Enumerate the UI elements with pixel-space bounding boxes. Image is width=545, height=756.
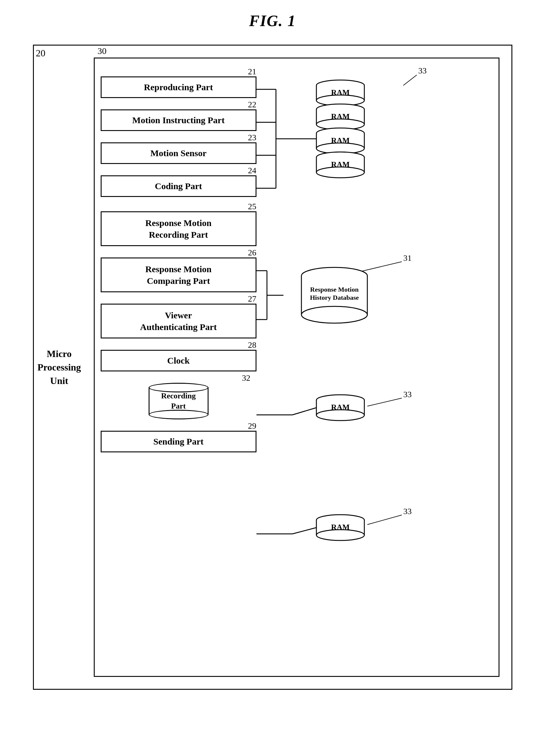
components-column: 21 Reproducing Part 22 Motion Instructin… [101,67,257,455]
svg-text:Response Motion: Response Motion [310,286,359,293]
svg-text:31: 31 [403,253,412,263]
number-24: 24 [248,166,257,175]
comp-row-24: 24 Coding Part [101,175,257,197]
svg-point-43 [301,306,367,323]
number-28: 28 [248,340,257,350]
svg-text:33: 33 [418,66,427,75]
svg-text:RAM: RAM [331,523,349,531]
number-32: 32 [242,373,251,383]
svg-text:RAM: RAM [331,112,349,121]
comp-box-25: Response Motion Recording Part [101,211,257,246]
svg-line-66 [292,528,316,534]
svg-line-49 [367,398,402,406]
number-26: 26 [248,248,257,257]
comp-box-23: Motion Sensor [101,142,257,164]
svg-text:RAM: RAM [331,88,349,97]
comp-box-27: Viewer Authenticating Part [101,304,257,338]
comp-row-27: 27 Viewer Authenticating Part [101,304,257,338]
number-22: 22 [248,100,257,109]
svg-line-59 [367,515,402,525]
comp-row-25: 25 Response Motion Recording Part [101,211,257,246]
number-29: 29 [248,421,257,431]
recording-cylinder: Recording Part [149,383,209,419]
comp-row-26: 26 Response Motion Comparing Part [101,257,257,292]
outer-box: Micro Processing Unit 30 21 Reproducing … [33,45,512,690]
svg-text:33: 33 [403,390,412,399]
connections-svg: 33 RAM [257,67,466,682]
svg-line-38 [361,262,402,271]
mpu-label: Micro Processing Unit [37,347,82,387]
comp-box-28: Clock [101,350,257,371]
outer-container: 20 Micro Processing Unit 30 21 Reprod [33,45,512,690]
comp-box-26: Response Motion Comparing Part [101,257,257,292]
svg-text:RAM: RAM [331,136,349,145]
svg-line-7 [403,75,417,85]
number-23: 23 [248,133,257,142]
comp-box-24: Coding Part [101,175,257,197]
number-27: 27 [248,294,257,304]
comp-row-29: 29 Sending Part [101,431,257,452]
number-30: 30 [98,46,107,56]
number-21: 21 [248,67,257,76]
svg-text:33: 33 [403,507,412,516]
comp-box-21: Reproducing Part [101,76,257,98]
svg-text:RAM: RAM [331,403,349,412]
comp-row-22: 22 Motion Instructing Part [101,109,257,131]
comp-box-22: Motion Instructing Part [101,109,257,131]
comp-row-28: 28 Clock [101,350,257,371]
comp-box-29: Sending Part [101,431,257,452]
inner-box: 30 21 Reproducing Part 22 [94,58,499,677]
comp-row-23: 23 Motion Sensor [101,142,257,164]
svg-text:History Database: History Database [310,294,359,301]
recording-part-wrap: 32 Recording Part [101,383,257,419]
right-elements: 33 RAM [257,67,493,667]
diagram-main: 21 Reproducing Part 22 Motion Instructin… [101,67,493,667]
svg-line-56 [292,408,316,415]
page-title: FIG. 1 [249,12,296,30]
number-25: 25 [248,202,257,211]
comp-row-21: 21 Reproducing Part [101,76,257,98]
svg-text:RAM: RAM [331,160,349,169]
